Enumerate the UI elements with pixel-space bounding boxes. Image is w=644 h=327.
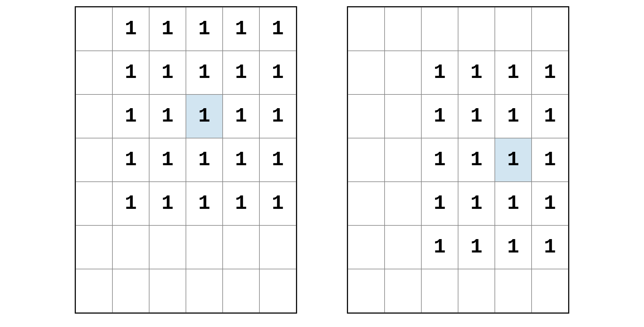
grid-cell: 1 [112,182,149,225]
grid-left: 1111111111111111111111111 [75,6,297,314]
grid-cell [348,182,385,225]
grid-cell: 1 [149,94,186,138]
grid-cell: 1 [458,182,495,225]
grid-cell [348,7,385,51]
grid-cell: 1 [223,51,259,94]
grid-cell: 1 [458,51,495,94]
grid-cell [348,94,385,138]
grid-cell: 1 [223,138,259,182]
grid-cell: 1 [149,138,186,182]
grid-cell [112,225,149,269]
grid-cell [458,7,495,51]
grid-cell: 1 [186,51,223,94]
grid-cell [149,269,186,313]
grid-cell: 1 [458,225,495,269]
grid-cell [495,269,532,313]
grid-cell [76,94,112,138]
grid-cell [149,225,186,269]
grid-cell: 1 [112,7,149,51]
grid-cell: 1 [149,7,186,51]
grid-cell [186,269,223,313]
grid-cell [259,269,296,313]
grid-cell: 1 [223,94,259,138]
grid-cell: 1 [112,138,149,182]
grid-cell: 1 [421,225,458,269]
grid-cell [348,51,385,94]
grid-cell: 1 [495,182,532,225]
grid-cell: 1 [532,51,568,94]
grid-cell: 1 [421,51,458,94]
grid-cell [421,7,458,51]
grid-cell: 1 [532,225,568,269]
grid-cell: 1 [259,51,296,94]
grid-cell: 1 [458,94,495,138]
grid-cell [76,7,112,51]
grid-cell: 1 [458,138,495,182]
grid-cell [385,7,421,51]
grid-cell: 1 [186,182,223,225]
grid-cell [76,182,112,225]
grid-cell: 1 [259,138,296,182]
grid-cell [348,269,385,313]
grid-cell [223,225,259,269]
grid-cell: 1 [259,182,296,225]
grid-cell [259,225,296,269]
grid-cell [76,51,112,94]
grid-cell [186,225,223,269]
grid-cell [348,138,385,182]
grid-cell: 1 [149,51,186,94]
grid-cell: 1 [495,225,532,269]
grid-cell: 1 [223,7,259,51]
grid-cell [223,269,259,313]
grid-cell: 1 [112,51,149,94]
grid-cell [385,94,421,138]
grid-cell: 1 [149,182,186,225]
grid-cell [495,7,532,51]
grid-cell [76,269,112,313]
grid-cell: 1 [186,7,223,51]
grid-cell: 1 [495,138,532,182]
grid-cell: 1 [495,51,532,94]
grid-cell: 1 [112,94,149,138]
grid-cell: 1 [186,138,223,182]
grid-cell: 1 [186,94,223,138]
grid-cell: 1 [259,7,296,51]
grid-cell [76,138,112,182]
grid-cell: 1 [421,182,458,225]
grid-cell [385,225,421,269]
grid-cell [532,7,568,51]
grid-cell: 1 [532,182,568,225]
grid-cell [421,269,458,313]
grid-cell [385,269,421,313]
grid-cell [112,269,149,313]
grid-cell: 1 [532,138,568,182]
grid-cell: 1 [495,94,532,138]
grid-right: 11111111111111111111 [347,6,569,314]
grid-cell [348,225,385,269]
grid-cell [385,182,421,225]
grid-cell: 1 [532,94,568,138]
grid-cell [458,269,495,313]
grid-cell: 1 [259,94,296,138]
grid-cell: 1 [421,138,458,182]
grid-cell [532,269,568,313]
grid-cell [385,51,421,94]
grid-cell: 1 [421,94,458,138]
grid-cell: 1 [223,182,259,225]
grid-cell [385,138,421,182]
grid-cell [76,225,112,269]
